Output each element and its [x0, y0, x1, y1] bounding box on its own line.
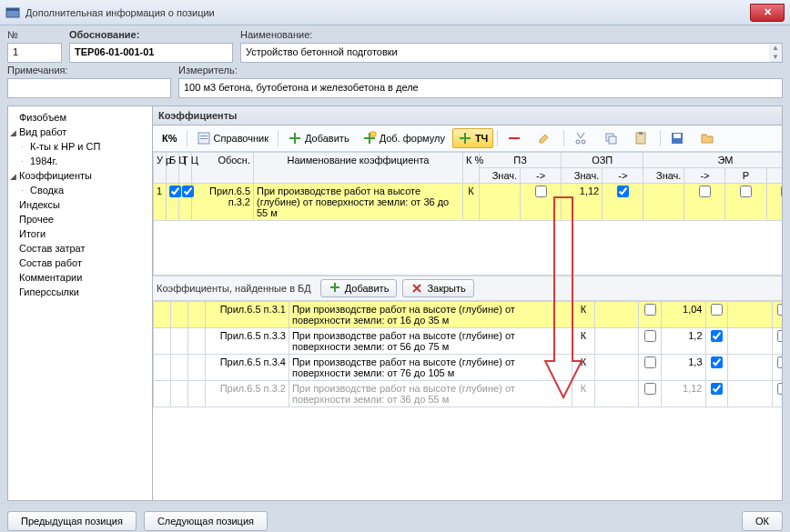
- nav-item[interactable]: ·Состав затрат: [8, 241, 152, 256]
- field-izm[interactable]: 100 м3 бетона, бутобетона и железобетона…: [178, 78, 783, 98]
- btn-tc[interactable]: ТЧ: [452, 128, 493, 148]
- btn-paste[interactable]: [628, 128, 656, 148]
- btn-prev[interactable]: Предыдущая позиция: [7, 511, 137, 531]
- nav-item[interactable]: ·Комментарии: [8, 270, 152, 285]
- svg-rect-6: [509, 137, 520, 139]
- svg-rect-4: [200, 138, 208, 139]
- svg-rect-3: [200, 136, 208, 136]
- btn-copy[interactable]: [598, 128, 626, 148]
- found-grid[interactable]: Прил.6.5 п.3.1При производстве работ на …: [153, 301, 782, 407]
- btn-clear[interactable]: [532, 128, 560, 148]
- svg-rect-10: [609, 136, 616, 144]
- coef-grid[interactable]: У рБ ЦТ Ц Обосн.Наименование коэффициент…: [153, 152, 782, 276]
- btn-ok[interactable]: ОК: [742, 511, 783, 531]
- btn-remove[interactable]: [501, 128, 530, 148]
- nav-tree: ·Физобъем◢Вид работ·К-ты к НР и СП·1984г…: [7, 105, 153, 501]
- svg-rect-12: [639, 132, 643, 135]
- label-izm: Измеритель:: [178, 65, 783, 75]
- btn-add[interactable]: Добавить: [282, 128, 355, 148]
- label-no: №: [7, 29, 62, 40]
- nav-item[interactable]: ·Индексы: [8, 197, 152, 212]
- btn-sub-close[interactable]: Закрыть: [402, 279, 473, 297]
- nav-item[interactable]: ·К-ты к НР и СП: [8, 139, 152, 154]
- nav-item[interactable]: ·1984г.: [8, 154, 152, 168]
- field-no[interactable]: 1: [7, 43, 62, 63]
- nav-item[interactable]: ◢Коэффициенты: [8, 168, 152, 183]
- scroll-name[interactable]: ▲▼: [769, 44, 782, 62]
- svg-point-7: [576, 140, 580, 144]
- btn-kpct[interactable]: К%: [157, 130, 183, 146]
- svg-rect-14: [674, 134, 681, 138]
- nav-item[interactable]: ·Состав работ: [8, 256, 152, 270]
- svg-rect-5: [370, 132, 376, 136]
- window-title: Дополнительная информация о позиции: [25, 7, 750, 18]
- nav-item[interactable]: ·Итоги: [8, 226, 152, 241]
- panel-header: Коэффициенты: [153, 106, 782, 125]
- label-name: Наименование:: [240, 29, 783, 40]
- svg-rect-1: [6, 8, 19, 11]
- label-prim: Примечания:: [7, 65, 171, 75]
- svg-point-8: [582, 140, 585, 144]
- found-subheader: Коэффициенты, найденные в БД Добавить За…: [153, 276, 782, 301]
- nav-item[interactable]: ·Сводка: [8, 183, 152, 197]
- table-row[interactable]: Прил.6.5 п.3.4При производстве работ на …: [154, 355, 783, 381]
- nav-item[interactable]: ·Физобъем: [8, 110, 152, 125]
- btn-sprav[interactable]: Справочник: [191, 128, 275, 148]
- app-icon: [5, 5, 20, 20]
- btn-next[interactable]: Следующая позиция: [144, 511, 268, 531]
- table-row[interactable]: 1 Прил.6.5 п.3.2При производстве работ н…: [154, 184, 783, 221]
- field-prim[interactable]: [7, 78, 171, 98]
- btn-cut[interactable]: [568, 128, 596, 148]
- footer: Предыдущая позиция Следующая позиция ОК: [0, 503, 790, 532]
- table-row[interactable]: Прил.6.5 п.3.1При производстве работ на …: [154, 302, 783, 328]
- btn-save[interactable]: [664, 128, 693, 148]
- btn-sub-add[interactable]: Добавить: [320, 279, 398, 297]
- toolbar: К% Справочник Добавить Доб. формулу ТЧ: [153, 125, 782, 152]
- nav-item[interactable]: ·Гиперссылки: [8, 285, 152, 299]
- nav-item[interactable]: ◢Вид работ: [8, 125, 152, 139]
- field-osn[interactable]: ТЕР06-01-001-01: [69, 43, 233, 63]
- table-row[interactable]: Прил.6.5 п.3.2При производстве работ на …: [154, 381, 783, 407]
- btn-open[interactable]: [694, 128, 723, 148]
- close-button[interactable]: ✕: [750, 4, 785, 22]
- title-bar: Дополнительная информация о позиции ✕: [0, 0, 790, 25]
- label-osn: Обоснование:: [69, 29, 233, 40]
- table-row[interactable]: Прил.6.5 п.3.3При производстве работ на …: [154, 328, 783, 355]
- nav-item[interactable]: ·Прочее: [8, 212, 152, 226]
- field-name[interactable]: Устройство бетонной подготовки: [240, 43, 783, 63]
- btn-addf[interactable]: Доб. формулу: [357, 128, 451, 148]
